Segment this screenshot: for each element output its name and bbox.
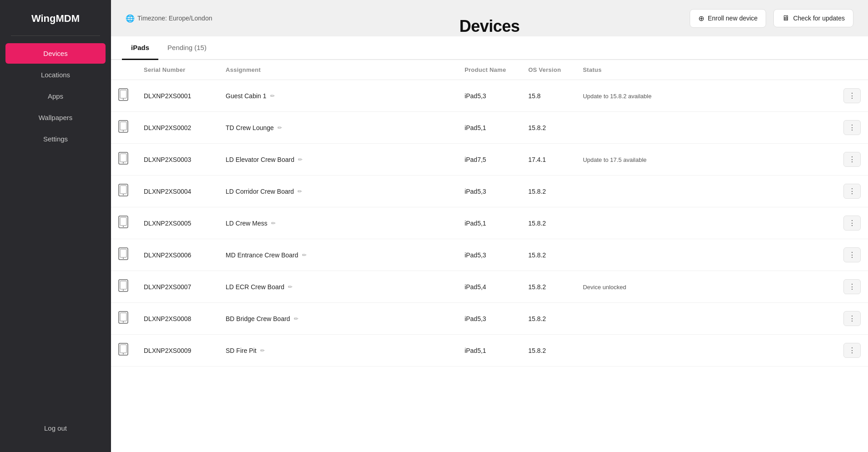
device-icon-cell	[111, 207, 136, 239]
os-version: 15.8	[521, 80, 575, 112]
os-version: 15.8.2	[521, 335, 575, 367]
actions-cell: ⋮	[836, 335, 868, 367]
device-icon-cell	[111, 335, 136, 367]
status-cell	[575, 176, 836, 207]
assignment-cell: LD Crew Mess ✏	[218, 207, 457, 239]
devices-table: Serial Number Assignment Product Name OS…	[111, 60, 868, 367]
table-row: DLXNP2XS0007 LD ECR Crew Board ✏ iPad5,4…	[111, 271, 868, 303]
serial-number: DLXNP2XS0004	[136, 176, 218, 207]
svg-point-26	[123, 353, 124, 354]
col-header-status: Status	[575, 60, 836, 80]
row-menu-button[interactable]: ⋮	[843, 152, 861, 167]
edit-assignment-icon[interactable]: ✏	[298, 188, 302, 195]
assignment-cell: LD ECR Crew Board ✏	[218, 271, 457, 303]
actions-cell: ⋮	[836, 207, 868, 239]
device-icon-cell	[111, 303, 136, 335]
serial-number: DLXNP2XS0002	[136, 112, 218, 144]
page-header: 🌐 Timezone: Europe/London Devices ⊕ Enro…	[111, 0, 868, 36]
product-name: iPad5,4	[457, 271, 521, 303]
plus-circle-icon: ⊕	[698, 14, 704, 23]
svg-point-14	[123, 226, 124, 227]
content-area: iPads Pending (15) Serial Number Assignm…	[111, 36, 868, 452]
edit-assignment-icon[interactable]: ✏	[270, 93, 275, 99]
sidebar: WingMDM Devices Locations Apps Wallpaper…	[0, 0, 111, 452]
sidebar-item-logout[interactable]: Log out	[5, 418, 106, 438]
edit-assignment-icon[interactable]: ✏	[278, 125, 282, 131]
sidebar-nav: Devices Locations Apps Wallpapers Settin…	[0, 43, 111, 149]
edit-assignment-icon[interactable]: ✏	[294, 316, 298, 322]
assignment-text: LD Crew Mess	[226, 220, 267, 227]
globe-icon: 🌐	[126, 14, 135, 23]
tab-bar: iPads Pending (15)	[111, 36, 868, 60]
svg-rect-10	[120, 186, 126, 194]
enroll-device-button[interactable]: ⊕ Enroll new device	[690, 9, 767, 28]
edit-assignment-icon[interactable]: ✏	[302, 252, 307, 258]
product-name: iPad5,1	[457, 112, 521, 144]
svg-rect-16	[120, 249, 126, 257]
sidebar-item-wallpapers[interactable]: Wallpapers	[5, 107, 106, 128]
assignment-text: LD Elevator Crew Board	[226, 156, 294, 163]
row-menu-button[interactable]: ⋮	[843, 343, 861, 358]
tab-pending[interactable]: Pending (15)	[158, 36, 216, 60]
table-row: DLXNP2XS0009 SD Fire Pit ✏ iPad5,1 15.8.…	[111, 335, 868, 367]
os-version: 15.8.2	[521, 303, 575, 335]
assignment-cell: LD Elevator Crew Board ✏	[218, 144, 457, 176]
assignment-text: Guest Cabin 1	[226, 92, 267, 100]
device-icon-cell	[111, 271, 136, 303]
assignment-cell: BD Bridge Crew Board ✏	[218, 303, 457, 335]
assignment-text: LD ECR Crew Board	[226, 283, 284, 291]
row-menu-button[interactable]: ⋮	[843, 279, 861, 294]
ipad-icon	[118, 220, 128, 230]
row-menu-button[interactable]: ⋮	[843, 120, 861, 135]
assignment-text: MD Entrance Crew Board	[226, 251, 298, 259]
sidebar-item-devices[interactable]: Devices	[5, 43, 106, 64]
svg-point-8	[123, 162, 124, 163]
edit-assignment-icon[interactable]: ✏	[298, 156, 303, 163]
device-icon-cell	[111, 112, 136, 144]
product-name: iPad5,1	[457, 207, 521, 239]
table-row: DLXNP2XS0004 LD Corridor Crew Board ✏ iP…	[111, 176, 868, 207]
assignment-cell: TD Crew Lounge ✏	[218, 112, 457, 144]
svg-rect-19	[120, 281, 126, 289]
row-menu-button[interactable]: ⋮	[843, 88, 861, 103]
enroll-button-label: Enroll new device	[708, 15, 758, 22]
row-menu-button[interactable]: ⋮	[843, 184, 861, 199]
svg-point-20	[123, 290, 124, 291]
sidebar-item-apps[interactable]: Apps	[5, 86, 106, 106]
serial-number: DLXNP2XS0001	[136, 80, 218, 112]
page-title: Devices	[459, 17, 520, 36]
sidebar-bottom: Log out	[0, 418, 111, 452]
table-header-row: Serial Number Assignment Product Name OS…	[111, 60, 868, 80]
row-menu-button[interactable]: ⋮	[843, 247, 861, 262]
status-cell: Device unlocked	[575, 271, 836, 303]
updates-button-label: Check for updates	[793, 15, 845, 22]
actions-cell: ⋮	[836, 176, 868, 207]
edit-assignment-icon[interactable]: ✏	[271, 220, 276, 226]
tab-ipads[interactable]: iPads	[122, 36, 158, 60]
check-updates-button[interactable]: 🖥 Check for updates	[773, 9, 853, 27]
table-row: DLXNP2XS0002 TD Crew Lounge ✏ iPad5,1 15…	[111, 112, 868, 144]
header-actions: ⊕ Enroll new device 🖥 Check for updates	[690, 9, 853, 28]
os-version: 15.8.2	[521, 112, 575, 144]
table-row: DLXNP2XS0005 LD Crew Mess ✏ iPad5,1 15.8…	[111, 207, 868, 239]
sidebar-item-locations[interactable]: Locations	[5, 65, 106, 85]
product-name: iPad5,3	[457, 80, 521, 112]
timezone-display: 🌐 Timezone: Europe/London	[126, 14, 212, 23]
sidebar-item-settings[interactable]: Settings	[5, 129, 106, 149]
edit-assignment-icon[interactable]: ✏	[288, 284, 293, 290]
row-menu-button[interactable]: ⋮	[843, 216, 861, 231]
svg-point-17	[123, 258, 124, 259]
monitor-icon: 🖥	[782, 14, 789, 22]
ipad-icon	[118, 347, 128, 357]
svg-rect-25	[120, 345, 126, 353]
assignment-cell: MD Entrance Crew Board ✏	[218, 239, 457, 271]
edit-assignment-icon[interactable]: ✏	[260, 347, 265, 354]
device-icon-cell	[111, 176, 136, 207]
ipad-icon	[118, 284, 128, 294]
device-icon-cell	[111, 144, 136, 176]
serial-number: DLXNP2XS0005	[136, 207, 218, 239]
row-menu-button[interactable]: ⋮	[843, 311, 861, 326]
ipad-icon	[118, 125, 128, 135]
product-name: iPad5,1	[457, 335, 521, 367]
actions-cell: ⋮	[836, 271, 868, 303]
